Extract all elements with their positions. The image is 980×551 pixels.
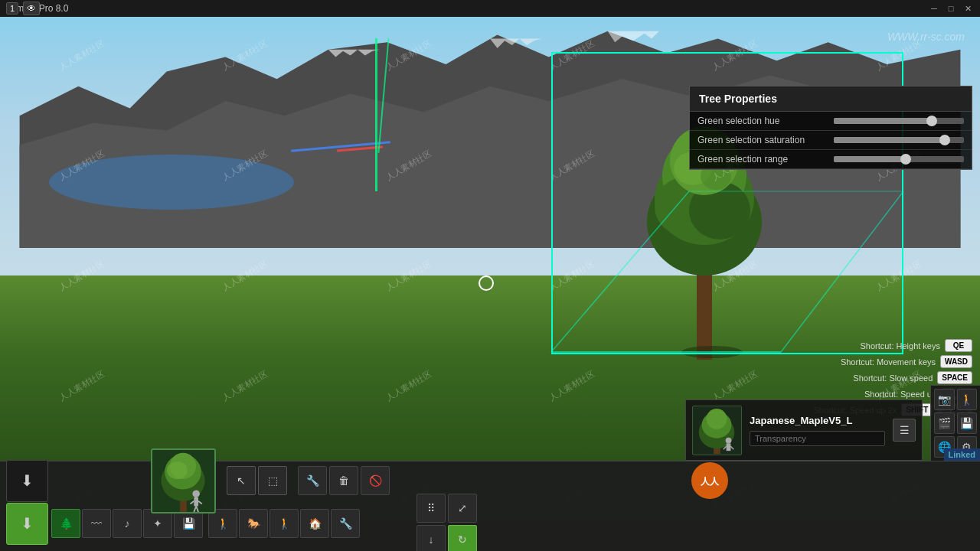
pointer-select-button[interactable]: ↖ [227, 466, 256, 495]
object-settings-button[interactable]: ☰ [893, 419, 916, 442]
properties-button[interactable]: 🔧 [298, 466, 327, 495]
close-button[interactable]: ✕ [962, 2, 974, 15]
bottom-toolbar: ⬇ ↖ ⬚ [0, 461, 980, 551]
box-select-button[interactable]: ⬚ [258, 466, 287, 495]
svg-point-35 [706, 408, 727, 429]
titlebar: Lumion Pro 8.0 1 👁 ─ □ ✕ [0, 0, 980, 17]
svg-line-39 [730, 446, 733, 449]
category-trees-button[interactable]: 🌲 [51, 509, 80, 538]
download-button[interactable]: ⬇ [6, 460, 48, 502]
selector-tools: ↖ ⬚ [227, 466, 287, 495]
category-save-button[interactable]: 💾 [174, 509, 203, 538]
shortcut-height-label: Shortcut: Height keys [860, 341, 940, 350]
rc-row-2: 🎬 💾 [934, 412, 977, 434]
object-info-right: Japanese_MapleV5_L [750, 415, 885, 446]
walk-mode-button[interactable]: 🚶 [957, 389, 978, 410]
svg-line-27 [198, 500, 202, 504]
delete-button[interactable]: 🗑 [329, 466, 358, 495]
tool-row-top: ⬇ ↖ ⬚ [0, 461, 980, 500]
hue-slider[interactable] [834, 118, 964, 124]
place-active-button[interactable]: ⬇ [6, 503, 48, 545]
move-down-button[interactable]: ↓ [416, 525, 446, 552]
edit-tools: 🔧 🗑 🚫 [298, 466, 390, 495]
selected-tree-thumbnail[interactable] [151, 448, 216, 514]
water-area [49, 155, 294, 210]
saturation-label: Green selection saturation [697, 135, 828, 145]
lumion-logo-area: 人人 [691, 461, 729, 500]
restore-button[interactable]: □ [945, 2, 957, 15]
category-icons-2: 🚶 🐎 🚶 🏠 🔧 [208, 509, 360, 538]
range-label: Green selection range [697, 154, 828, 165]
shortcut-height-key: QE [945, 339, 972, 352]
svg-marker-4 [608, 31, 659, 42]
svg-point-14 [681, 346, 743, 358]
shortcut-movement-label: Shortcut: Movement keys [841, 357, 936, 367]
category-roads-button[interactable]: 〰 [82, 509, 111, 538]
svg-rect-5 [697, 268, 712, 360]
category-icons: 🌲 〰 ♪ ✦ 💾 [51, 509, 203, 538]
category-walker-button[interactable]: 🚶 [270, 509, 299, 538]
category-tools-button[interactable]: 🔧 [331, 509, 360, 538]
shortcut-speedup-label: Shortcut: Speed up [864, 390, 936, 399]
rotate-button[interactable]: ↻ [448, 525, 477, 552]
expand-button[interactable]: ⤢ [448, 494, 477, 523]
saturation-slider[interactable] [834, 137, 964, 143]
scatter-button[interactable]: ⠿ [416, 494, 446, 523]
panel-row-saturation: Green selection saturation [690, 131, 972, 150]
panel-row-hue: Green selection hue [690, 112, 972, 131]
category-sound-button[interactable]: ♪ [113, 509, 142, 538]
camera-pole-1 [375, 38, 377, 191]
panel-title: Tree Properties [690, 86, 972, 112]
svg-text:人人: 人人 [700, 476, 720, 487]
placement-action-buttons: ⠿ ⤢ ↓ ↻ [416, 494, 477, 552]
shortcut-slow: Shortcut: Slow speed SPACE [814, 371, 972, 384]
shortcut-movement: Shortcut: Movement keys WASD [814, 355, 972, 368]
category-effects-button[interactable]: ✦ [143, 509, 172, 538]
shortcut-slow-key: SPACE [937, 371, 972, 384]
object-thumbnail [692, 406, 742, 455]
tool-row-bottom: ⬇ 🌲 〰 ♪ ✦ 💾 🚶 🐎 🚶 🏠 🔧 ⠿ ⤢ ↓ ↻ [0, 500, 980, 547]
range-slider[interactable] [834, 156, 964, 162]
save-scene-button[interactable]: 💾 [957, 412, 978, 434]
transparency-input[interactable] [750, 431, 885, 446]
window-controls: ─ □ ✕ [928, 2, 974, 15]
camera-button[interactable]: 📷 [934, 389, 955, 410]
svg-rect-25 [194, 497, 198, 505]
linked-badge: Linked [944, 448, 980, 461]
no-button[interactable]: 🚫 [361, 466, 390, 495]
object-info-panel: Japanese_MapleV5_L ☰ [685, 399, 923, 461]
camera-number: 1 [6, 2, 18, 15]
svg-point-24 [192, 490, 200, 497]
object-name: Japanese_MapleV5_L [750, 415, 885, 426]
hue-label: Green selection hue [697, 116, 828, 126]
category-buildings-button[interactable]: 🏠 [300, 509, 329, 538]
svg-rect-37 [727, 443, 731, 451]
shortcut-slow-label: Shortcut: Slow speed [853, 373, 933, 383]
svg-line-29 [196, 506, 198, 512]
category-animals-button[interactable]: 🐎 [239, 509, 268, 538]
svg-line-26 [191, 500, 194, 504]
movie-button[interactable]: 🎬 [934, 412, 955, 434]
category-people-button[interactable]: 🚶 [208, 509, 237, 538]
svg-point-36 [726, 437, 732, 443]
eye-button[interactable]: 👁 [23, 2, 40, 15]
shortcut-movement-key: WASD [940, 355, 972, 368]
rc-row-1: 📷 🚶 [934, 389, 977, 410]
shortcut-height: Shortcut: Height keys QE [814, 339, 972, 352]
tree-properties-panel: Tree Properties Green selection hue Gree… [689, 86, 972, 170]
minimize-button[interactable]: ─ [928, 2, 940, 15]
svg-point-23 [167, 461, 188, 479]
panel-row-range: Green selection range [690, 150, 972, 169]
